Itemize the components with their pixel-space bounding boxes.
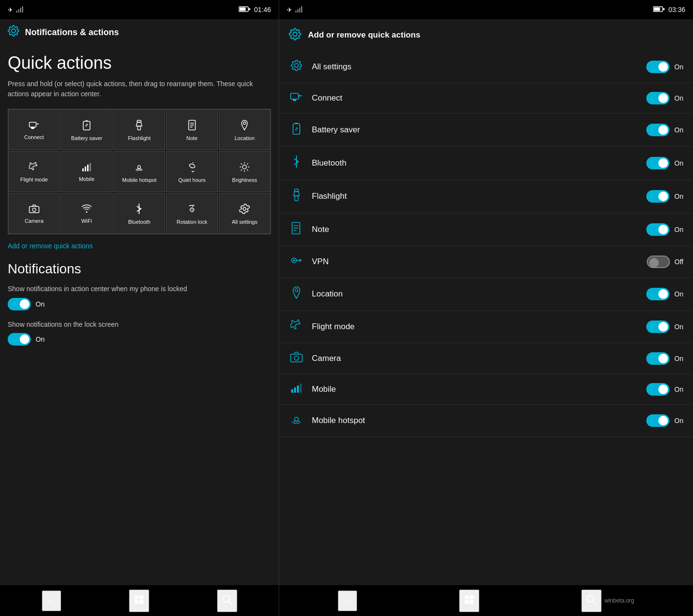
svg-rect-49 [291,354,302,362]
left-bottom-nav: ← [0,585,279,616]
qa-all-settings[interactable]: All settings [219,193,270,234]
quick-actions-title: Quick actions [8,53,271,73]
right-time: 03:36 [668,6,685,13]
right-flashlight-icon [289,189,304,204]
right-bluetooth-state: On [674,159,683,167]
right-note-icon [289,222,304,237]
right-mobile-hotspot-toggle[interactable] [646,414,669,427]
right-bluetooth-toggle-group: On [646,157,683,169]
right-vpn-icon [289,255,304,269]
svg-point-28 [243,207,246,210]
right-item-note[interactable]: Note On [279,213,693,246]
svg-rect-52 [294,387,296,393]
right-mobile-hotspot-icon [289,413,304,428]
right-item-connect[interactable]: Connect On [279,83,693,114]
right-flight-mode-toggle[interactable] [646,321,669,333]
left-panel: ✈ 01:46 Notifications & actions Quick ac… [0,0,279,616]
right-all-settings-toggle-group: On [646,61,683,73]
right-bluetooth-toggle[interactable] [646,157,669,169]
right-flashlight-toggle-group: On [646,190,683,203]
right-mobile-toggle[interactable] [646,383,669,396]
right-back-button[interactable]: ← [338,590,357,611]
right-location-toggle[interactable] [646,288,669,300]
right-connect-toggle[interactable] [646,92,669,104]
svg-rect-37 [663,8,665,10]
right-camera-toggle[interactable] [646,352,669,365]
right-search-group: winbeta.org [581,590,634,612]
wifi-icon [81,205,92,215]
right-battery-saver-toggle[interactable] [646,124,669,136]
qa-wifi-label: WiFi [81,218,92,224]
svg-point-59 [587,595,594,602]
svg-rect-58 [470,600,474,604]
right-battery-saver-toggle-group: On [646,124,683,136]
qa-wifi[interactable]: WiFi [61,193,112,234]
svg-point-33 [223,595,230,602]
right-settings-gear-icon [289,28,301,42]
right-item-flight-mode[interactable]: Flight mode On [279,311,693,343]
right-connect-state: On [674,94,683,102]
right-item-location[interactable]: Location On [279,278,693,311]
right-all-settings-toggle[interactable] [646,61,669,73]
right-note-state: On [674,226,683,233]
add-remove-link[interactable]: Add or remove quick actions [8,242,271,250]
right-status-bar: ✈ 03:36 [279,0,693,19]
notifications-title: Notifications [8,261,271,277]
right-connect-label: Connect [312,93,639,103]
right-location-toggle-group: On [646,288,683,300]
left-battery-icon [239,6,250,14]
right-item-mobile-hotspot[interactable]: Mobile hotspot On [279,405,693,437]
svg-rect-30 [140,595,143,599]
right-mobile-state: On [674,385,683,393]
qa-location[interactable]: Location [219,109,270,150]
right-header-title: Add or remove quick actions [308,30,420,40]
qa-battery-saver[interactable]: Battery saver [61,109,112,150]
qa-quiet-hours[interactable]: Quiet hours [166,151,218,192]
quiet-hours-icon [187,162,197,174]
qa-mobile[interactable]: Mobile [61,151,112,192]
qa-camera[interactable]: Camera [8,193,60,234]
left-back-button[interactable]: ← [42,590,61,611]
right-mobile-icon [289,383,304,396]
right-note-toggle[interactable] [646,223,669,236]
svg-rect-31 [135,600,139,604]
right-item-camera[interactable]: Camera On [279,343,693,374]
right-note-label: Note [312,225,639,234]
right-flashlight-toggle[interactable] [646,190,669,203]
right-item-all-settings[interactable]: All settings On [279,51,693,83]
right-camera-toggle-group: On [646,352,683,365]
right-search-button[interactable] [581,590,602,612]
left-time: 01:46 [254,6,271,13]
notification-locked-toggle[interactable] [8,298,31,310]
left-home-button[interactable] [129,590,149,612]
right-vpn-toggle[interactable] [647,256,670,268]
qa-brightness-label: Brightness [232,177,257,183]
right-battery-icon [653,6,665,14]
right-battery-saver-state: On [674,126,683,134]
notification-lockscreen-toggle[interactable] [8,333,31,346]
right-connect-toggle-group: On [646,92,683,104]
rotation-lock-icon [187,204,197,216]
svg-rect-43 [295,189,298,192]
right-item-vpn[interactable]: VPN Off [279,246,693,278]
qa-mobile-hotspot[interactable]: Mobile hotspot [114,151,165,192]
right-item-battery-saver[interactable]: Battery saver On [279,114,693,147]
qa-mobile-hotspot-label: Mobile hotspot [122,177,157,183]
qa-flashlight[interactable]: Flashlight [114,109,165,150]
flight-mode-icon [29,162,39,174]
svg-rect-5 [31,128,34,129]
flight-status-icon: ✈ [8,6,13,13]
qa-rotation-lock[interactable]: Rotation lock [166,193,218,234]
qa-note[interactable]: Note [166,109,218,150]
qa-connect[interactable]: Connect [8,109,60,150]
qa-bluetooth[interactable]: Bluetooth [114,193,165,234]
svg-rect-54 [300,384,302,393]
right-item-flashlight[interactable]: Flashlight On [279,180,693,213]
right-item-bluetooth[interactable]: Bluetooth On [279,147,693,180]
right-home-button[interactable] [459,590,479,612]
svg-line-22 [247,169,248,170]
right-item-mobile[interactable]: Mobile On [279,374,693,405]
left-search-button[interactable] [217,590,237,612]
qa-brightness[interactable]: Brightness [219,151,270,192]
qa-flight-mode[interactable]: Flight mode [8,151,60,192]
